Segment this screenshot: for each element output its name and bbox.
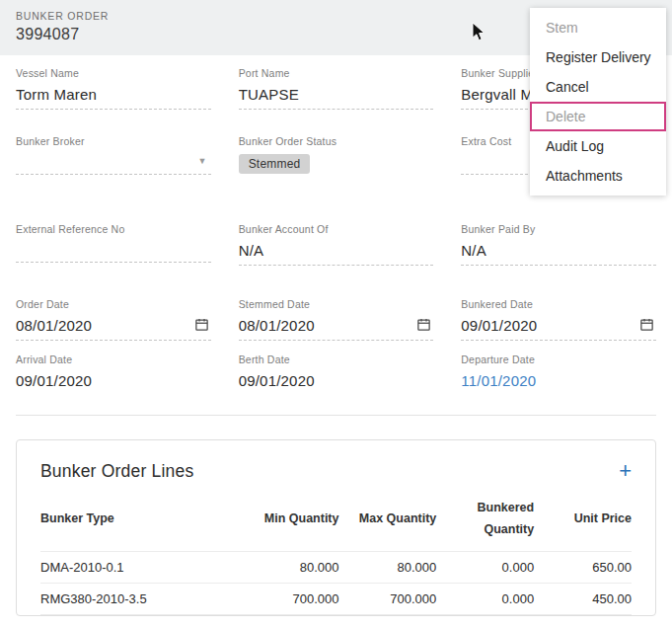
cell-min-quantity: 80.000	[242, 551, 339, 583]
field-bunker-broker: Bunker Broker ▼	[16, 135, 211, 180]
arrival-date-value: 09/01/2020	[16, 372, 211, 395]
field-bunker-paid-by: Bunker Paid By N/A	[461, 223, 656, 266]
stemmed-date-value: 08/01/2020	[239, 317, 315, 334]
bunker-paid-by-input[interactable]: N/A	[461, 242, 656, 266]
bunker-account-of-input[interactable]: N/A	[239, 242, 434, 266]
field-port-name: Port Name TUAPSE	[239, 67, 434, 110]
menu-item-register-delivery[interactable]: Register Delivery	[530, 42, 666, 72]
section-divider	[16, 415, 656, 416]
bunker-order-status: Stemmed	[239, 154, 434, 180]
field-label: Bunker Order Status	[239, 135, 434, 147]
field-bunker-order-status: Bunker Order Status Stemmed	[239, 135, 434, 180]
field-label: Bunkered Date	[461, 298, 656, 310]
order-date-input[interactable]: 08/01/2020	[16, 317, 211, 341]
field-label: Arrival Date	[16, 353, 211, 365]
cell-unit-price: 650.00	[534, 551, 632, 583]
order-date-value: 08/01/2020	[16, 317, 92, 334]
col-unit-price: Unit Price	[534, 492, 632, 551]
cell-bunker-type: DMA-2010-0.1	[40, 551, 242, 583]
card-header: Bunker Order Lines +	[17, 440, 655, 492]
add-order-line-button[interactable]: +	[619, 460, 632, 482]
bunker-order-lines-card: Bunker Order Lines + Bunker Type Min Qua…	[16, 439, 656, 616]
field-departure-date: Departure Date 11/01/2020	[461, 353, 656, 395]
field-label: Bunker Paid By	[461, 223, 656, 235]
field-label: Bunker Account Of	[239, 223, 434, 235]
berth-date-value: 09/01/2020	[239, 372, 434, 395]
status-badge: Stemmed	[239, 154, 311, 174]
cell-min-quantity: 700.000	[242, 583, 339, 614]
cell-max-quantity: 700.000	[338, 583, 436, 614]
cell-bunker-type: RMG380-2010-3.5	[40, 583, 242, 614]
cell-bunkered-quantity: 0.000	[436, 551, 534, 583]
table-row[interactable]: RMG380-2010-3.5 700.000 700.000 0.000 45…	[40, 583, 632, 614]
col-max-quantity: Max Quantity	[338, 492, 436, 551]
calendar-icon[interactable]	[639, 317, 654, 334]
field-vessel-name: Vessel Name Torm Maren	[16, 67, 211, 110]
context-menu: Stem Register Delivery Cancel Delete Aud…	[530, 8, 666, 196]
calendar-icon[interactable]	[416, 317, 431, 334]
menu-item-audit-log[interactable]: Audit Log	[530, 131, 666, 161]
field-arrival-date: Arrival Date 09/01/2020	[16, 353, 211, 395]
bunkered-date-value: 09/01/2020	[461, 317, 537, 334]
bunkered-date-input[interactable]: 09/01/2020	[461, 317, 656, 341]
field-order-date: Order Date 08/01/2020	[16, 298, 211, 341]
external-reference-no-input[interactable]	[16, 242, 211, 263]
menu-item-attachments[interactable]: Attachments	[530, 161, 666, 191]
table-row[interactable]: DMA-2010-0.1 80.000 80.000 0.000 650.00	[40, 551, 632, 583]
field-berth-date: Berth Date 09/01/2020	[239, 353, 434, 395]
departure-date-link[interactable]: 11/01/2020	[461, 372, 656, 395]
field-bunker-account-of: Bunker Account Of N/A	[239, 223, 434, 266]
field-label: External Reference No	[16, 223, 211, 235]
order-lines-table-wrap: Bunker Type Min Quantity Max Quantity Bu…	[17, 492, 655, 615]
menu-item-stem[interactable]: Stem	[530, 13, 666, 42]
field-label: Departure Date	[461, 353, 656, 365]
order-lines-table: Bunker Type Min Quantity Max Quantity Bu…	[40, 492, 632, 615]
field-stemmed-date: Stemmed Date 08/01/2020	[239, 298, 434, 341]
bunker-broker-select[interactable]: ▼	[16, 154, 211, 175]
field-external-reference-no: External Reference No	[16, 223, 211, 266]
table-header-row: Bunker Type Min Quantity Max Quantity Bu…	[40, 492, 632, 551]
menu-item-cancel[interactable]: Cancel	[530, 72, 666, 102]
chevron-down-icon: ▼	[198, 156, 207, 166]
col-bunkered-quantity: Bunkered Quantity	[436, 492, 534, 551]
port-name-input[interactable]: TUAPSE	[239, 86, 434, 110]
field-label: Berth Date	[239, 353, 434, 365]
vessel-name-input[interactable]: Torm Maren	[16, 86, 211, 110]
cell-unit-price: 450.00	[534, 583, 632, 614]
field-bunkered-date: Bunkered Date 09/01/2020	[461, 298, 656, 341]
stemmed-date-input[interactable]: 08/01/2020	[239, 317, 434, 341]
col-bunker-type: Bunker Type	[40, 492, 242, 551]
field-label: Vessel Name	[16, 67, 211, 79]
card-title: Bunker Order Lines	[40, 461, 193, 482]
menu-item-delete[interactable]: Delete	[530, 102, 666, 131]
field-label: Stemmed Date	[239, 298, 434, 310]
calendar-icon[interactable]	[194, 317, 209, 334]
field-label: Bunker Broker	[16, 135, 211, 147]
field-label: Port Name	[239, 67, 434, 79]
col-min-quantity: Min Quantity	[242, 492, 339, 551]
cell-bunkered-quantity: 0.000	[436, 583, 534, 614]
cell-max-quantity: 80.000	[338, 551, 436, 583]
field-label: Order Date	[16, 298, 211, 310]
